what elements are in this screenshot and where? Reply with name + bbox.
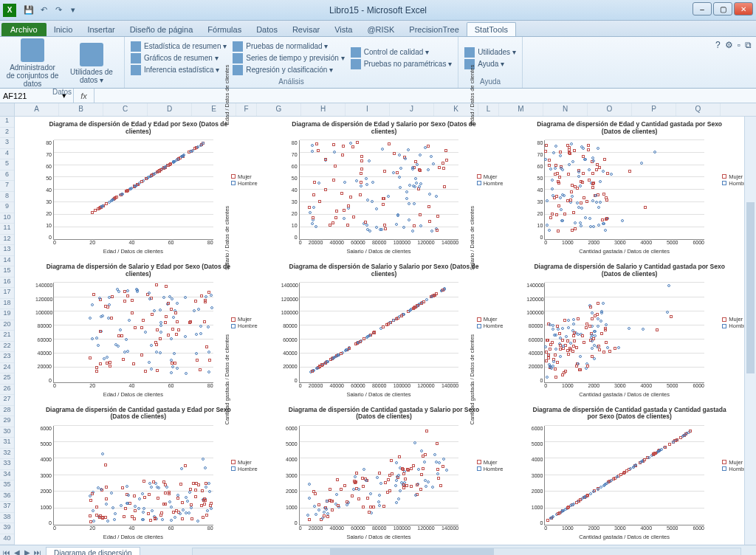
column-header[interactable]: C (103, 103, 148, 116)
column-header[interactable]: I (346, 103, 390, 116)
ribbon-item[interactable]: Pruebas de normalidad ▾ (233, 41, 344, 52)
row-header[interactable]: 26 (0, 385, 14, 396)
tab-diseodepgina[interactable]: Diseño de página (123, 23, 201, 36)
row-header[interactable]: 35 (0, 480, 14, 492)
row-header[interactable]: 23 (0, 352, 14, 363)
tab-precisiontree[interactable]: PrecisionTree (402, 23, 466, 36)
row-header[interactable]: 22 (0, 342, 14, 353)
column-header[interactable]: M (499, 103, 543, 116)
row-header[interactable]: 27 (0, 395, 14, 406)
row-header[interactable]: 31 (0, 438, 14, 449)
column-header[interactable]: L (478, 103, 499, 116)
row-header[interactable]: 12 (0, 235, 14, 246)
save-icon[interactable]: 💾 (22, 4, 35, 17)
column-header[interactable]: Q (676, 103, 721, 116)
row-header[interactable]: 30 (0, 427, 14, 438)
formula-input[interactable] (94, 89, 756, 103)
close-button[interactable]: ✕ (734, 2, 753, 15)
row-header[interactable]: 13 (0, 245, 14, 256)
row-header[interactable]: 3 (0, 138, 14, 149)
row-header[interactable]: 34 (0, 470, 14, 481)
tab-stattools[interactable]: StatTools (467, 22, 516, 36)
row-header[interactable]: 4 (0, 149, 14, 160)
row-header[interactable]: 18 (0, 299, 14, 310)
tab-risk[interactable]: @RISK (360, 23, 402, 36)
column-header[interactable]: B (59, 103, 103, 116)
column-header[interactable]: F (236, 103, 257, 116)
row-header[interactable]: 11 (0, 224, 14, 235)
select-all-corner[interactable] (0, 103, 14, 117)
row-header[interactable]: 14 (0, 256, 14, 267)
row-header[interactable]: 37 (0, 502, 14, 513)
row-header[interactable]: 17 (0, 288, 14, 299)
row-header[interactable]: 24 (0, 363, 14, 374)
row-header[interactable]: 9 (0, 202, 14, 213)
ribbon-button[interactable]: Utilidades de datos ▾ (65, 43, 118, 84)
ribbon-item[interactable]: Gráficos de resumen ▾ (131, 53, 227, 63)
minimize-button[interactable]: – (693, 2, 712, 15)
scatter-chart[interactable]: Diagrama de dispersión de Cantidad gasta… (509, 404, 750, 542)
sheet-next-icon[interactable]: ▶ (22, 548, 32, 555)
row-header[interactable]: 15 (0, 266, 14, 278)
ribbon-item[interactable]: Control de calidad ▾ (351, 47, 453, 58)
cell-grid[interactable]: Diagrama de dispersión de Edad y Edad po… (15, 117, 756, 545)
vertical-scrollbar[interactable] (744, 117, 756, 545)
row-header[interactable]: 20 (0, 320, 14, 331)
row-header[interactable]: 32 (0, 449, 14, 460)
ribbon-item[interactable]: Inferencia estadística ▾ (131, 65, 227, 75)
options-icon[interactable]: ⚙ (725, 40, 733, 50)
row-header[interactable]: 10 (0, 213, 14, 224)
tab-insertar[interactable]: Insertar (80, 23, 122, 36)
column-header[interactable]: H (301, 103, 346, 116)
row-header[interactable]: 33 (0, 459, 14, 470)
sheet-first-icon[interactable]: ⏮ (1, 548, 12, 555)
tab-vista[interactable]: Vista (327, 23, 360, 36)
tab-frmulas[interactable]: Fórmulas (200, 23, 249, 36)
row-header[interactable]: 2 (0, 128, 14, 139)
row-header[interactable]: 40 (0, 534, 14, 545)
column-header[interactable]: O (588, 103, 632, 116)
horizontal-scrollbar[interactable] (192, 548, 741, 555)
column-header[interactable]: A (15, 103, 59, 116)
help-icon[interactable]: ? (715, 40, 721, 50)
row-header[interactable]: 21 (0, 331, 14, 342)
row-header[interactable]: 38 (0, 513, 14, 524)
row-header[interactable]: 29 (0, 416, 14, 427)
vscroll-thumb[interactable] (746, 202, 755, 373)
column-header[interactable]: G (257, 103, 301, 116)
tab-archivo[interactable]: Archivo (1, 23, 47, 36)
scatter-chart[interactable]: Diagrama de dispersión de Salario y Cant… (509, 261, 750, 399)
row-header[interactable]: 1 (0, 117, 14, 128)
row-header[interactable]: 5 (0, 159, 14, 170)
window-restore-icon[interactable]: ⧉ (745, 40, 752, 50)
row-header[interactable]: 28 (0, 406, 14, 417)
sheet-last-icon[interactable]: ⏭ (32, 548, 43, 555)
hscroll-thumb[interactable] (330, 548, 495, 555)
column-header[interactable]: N (543, 103, 588, 116)
row-header[interactable]: 25 (0, 373, 14, 385)
ribbon-item[interactable]: Regresión y clasificación ▾ (233, 65, 344, 75)
ribbon-item[interactable]: Series de tiempo y previsión ▾ (233, 53, 344, 63)
tab-revisar[interactable]: Revisar (285, 23, 327, 36)
row-header[interactable]: 36 (0, 492, 14, 503)
sheet-tab-active[interactable]: Diagrama de dispersión (46, 547, 140, 556)
column-header[interactable]: D (148, 103, 192, 116)
redo-icon[interactable]: ↷ (52, 4, 65, 17)
row-header[interactable]: 7 (0, 181, 14, 192)
row-header[interactable]: 19 (0, 309, 14, 320)
column-header[interactable]: P (632, 103, 676, 116)
ribbon-item[interactable]: Pruebas no paramétricas ▾ (351, 59, 453, 69)
ribbon-item[interactable]: Estadística de resumen ▾ (131, 41, 227, 52)
ribbon-button[interactable]: Administrador de conjuntos de datos (6, 38, 59, 88)
tab-inicio[interactable]: Inicio (47, 23, 80, 36)
row-header[interactable]: 6 (0, 170, 14, 182)
row-header[interactable]: 16 (0, 278, 14, 289)
row-header[interactable]: 8 (0, 192, 14, 203)
minimize-ribbon-icon[interactable]: ▫ (738, 40, 740, 50)
column-header[interactable]: J (390, 103, 434, 116)
qat-more-icon[interactable]: ▾ (66, 4, 80, 17)
maximize-button[interactable]: ▢ (713, 2, 732, 15)
sheet-prev-icon[interactable]: ◀ (12, 548, 22, 555)
tab-datos[interactable]: Datos (249, 23, 285, 36)
scatter-chart[interactable]: Diagrama de dispersión de Edad y Cantida… (509, 118, 750, 256)
